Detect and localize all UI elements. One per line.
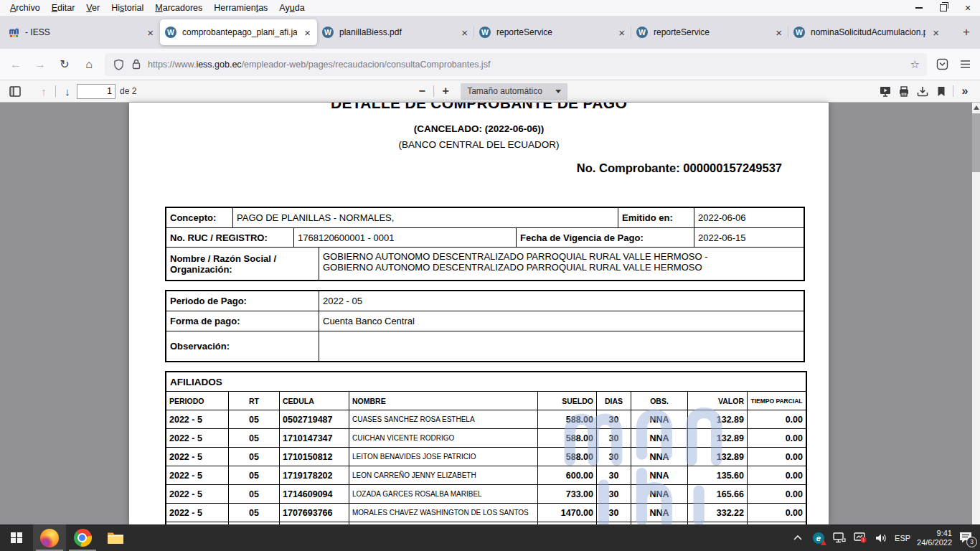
menu-item[interactable]: Herramientas: [208, 1, 273, 14]
menu-item[interactable]: Ver: [80, 1, 105, 14]
menu-hamburger-icon[interactable]: [954, 54, 976, 75]
ruc-label: No. RUC / REGISTRO:: [166, 228, 294, 247]
url-text[interactable]: https://www.iess.gob.ec/empleador-web/pa…: [148, 60, 905, 70]
tab-label: reporteService: [654, 27, 768, 37]
browser-tab[interactable]: WreporteService×: [631, 19, 788, 45]
table-cell: 132.89: [688, 448, 748, 466]
table-cell: 2022 - 5: [166, 504, 229, 522]
firefox-window: ArchivoEditarVerHistorialMarcadoresHerra…: [0, 0, 980, 551]
browser-tab-active[interactable]: Wcomprobantepago_plani_afi.jas×: [160, 19, 317, 45]
language-indicator[interactable]: ESP: [895, 534, 910, 542]
taskbar-firefox-button[interactable]: [33, 524, 66, 551]
presentation-mode-button[interactable]: [876, 83, 895, 100]
windows-security-tray-icon[interactable]: !: [853, 529, 867, 547]
clock[interactable]: 9:41 24/6/2022: [917, 529, 952, 547]
tab-label: comprobantepago_plani_afi.jas: [182, 27, 297, 37]
table-cell: 0.00: [748, 466, 806, 484]
table-cell: 332.22: [688, 504, 748, 522]
browser-tab[interactable]: WplanillaBiess.pdf×: [317, 19, 474, 45]
next-page-button[interactable]: ↓: [58, 83, 77, 100]
tab-bar: - IESS×Wcomprobantepago_plani_afi.jas×Wp…: [0, 16, 980, 49]
wordpress-favicon-icon: W: [479, 27, 491, 38]
table-cell: 2022 - 5: [166, 466, 229, 484]
scroll-up-icon[interactable]: [974, 105, 979, 110]
table-cell: 2022 - 5: [166, 448, 229, 466]
table-cell: 30: [597, 504, 631, 522]
menu-item[interactable]: Archivo: [4, 1, 46, 14]
home-button[interactable]: ⌂: [77, 54, 100, 75]
table-cell: CUASES SANCHEZ ROSA ESTHELA: [349, 410, 538, 428]
antivirus-tray-icon[interactable]: e: [811, 529, 826, 547]
taskbar-chrome-button[interactable]: [66, 524, 99, 551]
table-cell: 600.00: [538, 466, 597, 484]
start-button[interactable]: [0, 524, 33, 551]
column-header: NOMBRE: [349, 392, 538, 410]
menu-item[interactable]: Historial: [105, 1, 149, 14]
table-cell: 165.66: [688, 485, 748, 503]
wordpress-favicon-icon: W: [322, 27, 334, 38]
lock-icon[interactable]: [131, 54, 142, 75]
previous-page-button[interactable]: ↑: [34, 83, 53, 100]
tab-close-icon[interactable]: ×: [146, 27, 155, 38]
emitido-value: 2022-06-06: [694, 208, 804, 227]
url-bar[interactable]: https://www.iess.gob.ec/empleador-web/pa…: [105, 53, 927, 76]
table-cell: NNA: [631, 429, 688, 447]
back-button[interactable]: ←: [4, 54, 27, 75]
tab-close-icon[interactable]: ×: [460, 27, 469, 38]
menu-item[interactable]: Editar: [46, 1, 81, 14]
browser-tab[interactable]: WreporteService×: [474, 19, 631, 45]
wordpress-favicon-icon: W: [636, 27, 648, 38]
page-number-input[interactable]: [77, 84, 116, 99]
tab-close-icon[interactable]: ×: [931, 27, 941, 38]
browser-tab[interactable]: WnominaSolicitudAcumulacion.p×: [788, 19, 946, 45]
razon-social-label: Nombre / Razón Social / Organización:: [166, 248, 319, 280]
forward-button[interactable]: →: [29, 54, 52, 75]
tray-expand-chevron-icon[interactable]: [791, 529, 805, 547]
zoom-controls: − + Tamaño automático: [413, 83, 567, 100]
table-cell: LOZADA GARCES ROSALBA MARIBEL: [349, 485, 538, 503]
pocket-icon[interactable]: [931, 54, 953, 75]
close-button[interactable]: ×: [956, 0, 980, 16]
notification-center-button[interactable]: 3: [958, 531, 974, 545]
tab-close-icon[interactable]: ×: [774, 27, 783, 38]
payment-table: Periodo de Pago: 2022 - 05 Forma de pago…: [165, 290, 805, 362]
scrollbar-thumb[interactable]: [972, 113, 980, 172]
vigencia-value: 2022-06-15: [694, 228, 804, 247]
table-cell: NNA: [631, 466, 688, 484]
menu-item[interactable]: Ayuda: [273, 1, 310, 14]
browser-tab[interactable]: - IESS×: [3, 19, 160, 45]
notification-count-badge: 3: [966, 537, 977, 547]
new-tab-button[interactable]: +: [956, 22, 977, 43]
vertical-scrollbar[interactable]: [972, 103, 980, 524]
bookmark-star-icon[interactable]: ☆: [910, 58, 920, 71]
tab-close-icon[interactable]: ×: [303, 27, 312, 38]
zoom-out-button[interactable]: −: [413, 83, 431, 100]
zoom-level-select[interactable]: Tamaño automático: [461, 83, 567, 100]
more-tools-button[interactable]: »: [956, 83, 974, 100]
sidebar-toggle-button[interactable]: [6, 83, 24, 100]
minimize-button[interactable]: [907, 0, 931, 16]
volume-tray-icon[interactable]: [874, 529, 888, 547]
table-cell: 1470.00: [538, 504, 597, 522]
tab-label: nominaSolicitudAcumulacion.p: [811, 27, 925, 37]
table-cell: 30: [597, 448, 631, 466]
print-button[interactable]: [895, 83, 913, 100]
bookmark-button[interactable]: [932, 83, 951, 100]
tab-close-icon[interactable]: ×: [617, 27, 626, 38]
menu-item[interactable]: Marcadores: [149, 1, 208, 14]
download-button[interactable]: [913, 83, 932, 100]
table-row: 2022 - 5051707693766MORALES CHAVEZ WASHI…: [166, 503, 806, 522]
afiliados-body: 2022 - 5050502719487CUASES SANCHEZ ROSA …: [166, 410, 806, 524]
column-header: DIAS: [597, 392, 631, 410]
info-table: Concepto: PAGO DE PLANILLAS - NORMALES, …: [165, 207, 805, 281]
forma-pago-value: Cuenta Banco Central: [319, 311, 804, 331]
network-tray-icon[interactable]: [832, 529, 847, 547]
pdf-page: DETALLE DE COMPROBANTE DE PAGO (CANCELAD…: [129, 103, 829, 524]
shield-icon[interactable]: [112, 54, 125, 75]
zoom-in-button[interactable]: +: [436, 83, 455, 100]
restore-button[interactable]: [931, 0, 956, 16]
restore-icon: [940, 4, 947, 11]
reload-button[interactable]: ↻: [53, 54, 76, 75]
observacion-value: [319, 331, 804, 361]
taskbar-explorer-button[interactable]: [99, 524, 132, 551]
